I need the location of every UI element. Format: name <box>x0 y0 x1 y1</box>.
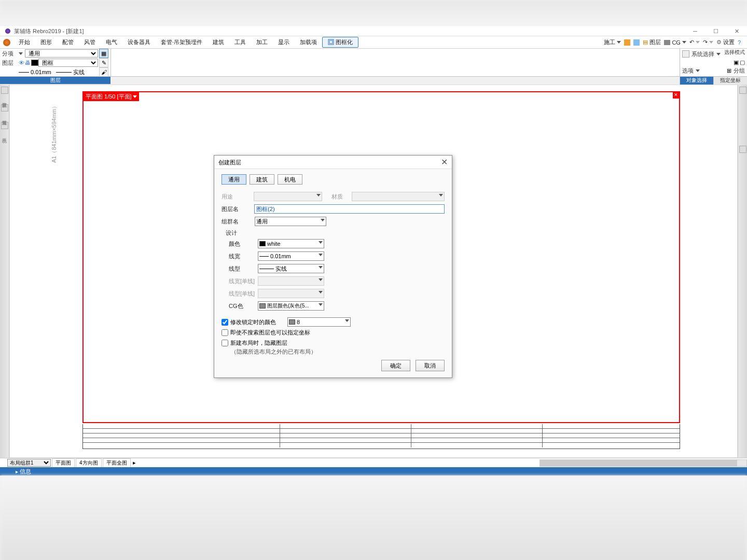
linetype-select[interactable]: 实线 <box>258 264 324 273</box>
view-tab-dropdown-icon[interactable] <box>133 95 137 98</box>
tab-planall[interactable]: 平面全图 <box>103 458 131 467</box>
group-icon[interactable]: ⊞ <box>727 67 731 74</box>
print-icon[interactable]: 🖶 <box>25 60 31 66</box>
tab-coord-select[interactable]: 指定坐标 <box>713 77 747 85</box>
material-label: 材质 <box>331 193 351 201</box>
check-hidelayout[interactable] <box>222 340 228 346</box>
dlg-tab-general[interactable]: 通用 <box>222 174 246 185</box>
cancel-button[interactable]: 取消 <box>416 360 445 371</box>
ok-button[interactable]: 确定 <box>381 360 410 371</box>
system-select-label[interactable]: 系统选择 <box>691 50 714 58</box>
top-layer[interactable]: ▤ 图层 <box>643 38 661 46</box>
lockcolor-select[interactable]: 8 <box>287 317 351 327</box>
tab-plan[interactable]: 平面图 <box>52 458 75 467</box>
top-help[interactable]: ? <box>738 39 741 46</box>
window-title: 莱辅络 Rebro2019 - [新建1] <box>14 28 84 34</box>
ribbon-lineweight: 0.01mm <box>31 69 51 75</box>
rr-icon2[interactable]: ▢ <box>740 59 745 66</box>
view-tab[interactable]: 平面图 1/50 [平面] <box>84 92 139 101</box>
close-button[interactable]: ✕ <box>726 26 747 36</box>
layer-select[interactable]: 图框 <box>38 59 98 67</box>
check-hidelayout-label: 新建布局时，隐藏图层 <box>230 339 287 347</box>
ribbon-layer-label: 图层 <box>2 59 19 67</box>
dialog-title: 创建图层 <box>218 156 241 169</box>
top-cg[interactable]: CG <box>664 39 686 46</box>
design-section-label: 设计 <box>226 229 445 237</box>
dialog-close-icon[interactable]: ✕ <box>441 156 448 169</box>
h-scrollbar[interactable] <box>540 459 747 467</box>
right-tool-2[interactable] <box>739 146 746 153</box>
tab-object-select[interactable]: 对象选择 <box>680 77 713 85</box>
color-select[interactable]: white <box>258 239 324 248</box>
ribbon-linetype: 实线 <box>73 68 85 76</box>
ribbon-tool-a[interactable]: ▦ <box>99 49 108 58</box>
cgcolor-label: CG色 <box>229 302 258 310</box>
right-toolrail <box>738 85 747 458</box>
cgcolor-select[interactable]: 图层颜色(灰色(5... <box>258 301 324 311</box>
menu-duct[interactable]: 风管 <box>79 37 101 47</box>
menu-frame[interactable]: 图框化 <box>322 37 358 48</box>
menu-electrical[interactable]: 电气 <box>101 37 122 47</box>
ribbon-tool-c[interactable]: 🖌 <box>99 67 108 77</box>
left-tool-2[interactable] <box>1 104 8 111</box>
layout-group-select[interactable]: 布局组群1 <box>7 459 51 467</box>
check-nosearch[interactable] <box>222 329 228 336</box>
layername-input[interactable] <box>254 204 445 214</box>
lineweight-single-select <box>258 276 324 286</box>
rr-icon1[interactable]: ▣ <box>734 59 739 66</box>
menu-start[interactable]: 开始 <box>13 37 35 47</box>
maximize-button[interactable]: ☐ <box>706 26 726 36</box>
app-menu-icon[interactable] <box>3 39 10 46</box>
menu-piping[interactable]: 配管 <box>57 37 79 47</box>
tab-nav-icon[interactable]: ▸ <box>133 459 136 466</box>
dlg-tab-mep[interactable]: 机电 <box>278 174 302 185</box>
view-close-icon[interactable]: ✕ <box>673 92 679 99</box>
groupname-label: 组群名 <box>222 218 255 226</box>
top-settings[interactable]: ⚙ 设置 <box>716 38 735 46</box>
groupname-select[interactable]: 通用 <box>255 217 326 226</box>
ribbon-tool-b[interactable]: ✎ <box>99 58 108 67</box>
lineweight-select[interactable]: 0.01mm <box>258 251 324 261</box>
system-select-icon[interactable] <box>682 50 689 58</box>
menu-display[interactable]: 显示 <box>273 37 295 47</box>
menu-addin[interactable]: 加载项 <box>295 37 322 47</box>
layer-color-swatch[interactable] <box>31 60 38 66</box>
linetype-label: 线型 <box>229 265 258 273</box>
menu-graphic[interactable]: 图形 <box>35 37 57 47</box>
usage-select <box>254 192 323 201</box>
bottom-bar: 布局组群1 平面图 4方向图 平面全图 ▸ <box>0 458 747 467</box>
linetype-single-select <box>258 289 324 298</box>
options-label[interactable]: 选项 <box>682 67 694 75</box>
dlg-tab-building[interactable]: 建筑 <box>250 174 274 185</box>
top-tool1[interactable] <box>624 39 630 46</box>
top-redo[interactable]: ↷ <box>703 39 713 46</box>
color-label: 颜色 <box>229 240 258 248</box>
menu-sleeve[interactable]: 套管·吊架预埋件 <box>156 37 208 47</box>
top-tool2[interactable] <box>633 39 640 46</box>
layername-label: 图层名 <box>222 205 254 213</box>
menu-equipment[interactable]: 设备器具 <box>122 37 156 47</box>
titlebar: 莱辅络 Rebro2019 - [新建1] ─ ☐ ✕ <box>0 26 747 36</box>
minimize-button[interactable]: ─ <box>685 26 706 36</box>
lineweight-label: 线宽 <box>229 253 258 260</box>
create-layer-dialog: 创建图层 ✕ 通用 建筑 机电 用途 材质 图层名 组群名 通用 设计 颜色 w… <box>214 155 452 378</box>
ribbon: 分项 通用 ▦ 图层 👁 🖶 图框 ✎ 0.01mm 实线 🖌 图层 系统选择 <box>0 49 747 77</box>
svg-rect-1 <box>329 40 333 44</box>
check-nosearch-label: 即使不搜索图层也可以指定坐标 <box>230 329 310 337</box>
right-tool-1[interactable] <box>739 87 746 94</box>
division-dropdown-icon[interactable] <box>19 52 23 55</box>
visibility-icon[interactable]: 👁 <box>19 60 24 66</box>
app-icon <box>5 29 10 34</box>
division-select[interactable]: 通用 <box>25 49 98 58</box>
menu-building[interactable]: 建筑 <box>208 37 229 47</box>
menu-fabrication[interactable]: 加工 <box>251 37 273 47</box>
top-construction[interactable]: 施工 <box>604 38 621 46</box>
menu-tools[interactable]: 工具 <box>229 37 251 47</box>
left-tool-1[interactable] <box>1 87 8 94</box>
title-block <box>82 424 680 449</box>
tab-4dir[interactable]: 4方向图 <box>76 458 102 467</box>
top-undo[interactable]: ↶ <box>689 39 700 46</box>
check-lockcolor[interactable] <box>222 319 228 326</box>
material-select <box>352 192 445 201</box>
left-tool-3[interactable] <box>1 122 8 129</box>
